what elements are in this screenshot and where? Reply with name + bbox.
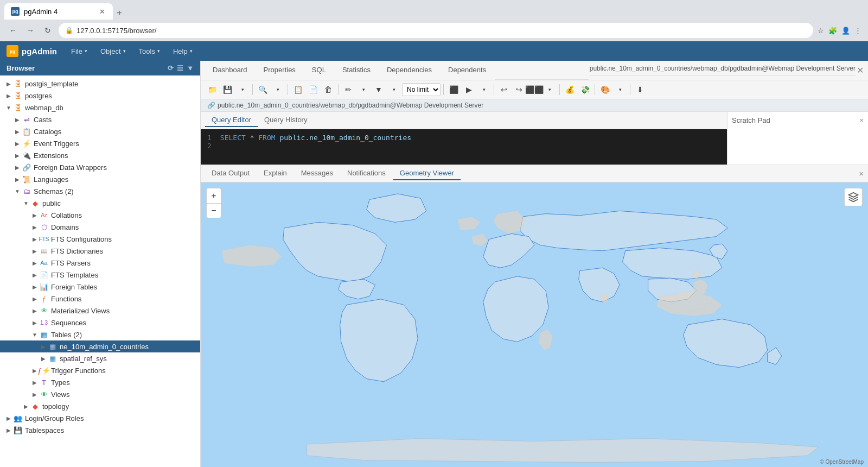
sidebar-item-schemas[interactable]: ▼ 🗂 Schemas (2)	[0, 185, 200, 197]
results-tab-data-output[interactable]: Data Output	[205, 167, 256, 180]
query-history-tab[interactable]: Query History	[258, 113, 314, 127]
toolbar-execute-dropdown[interactable]: ▾	[477, 83, 491, 97]
sidebar-item-webmap-db[interactable]: ▼ 🗄 webmap_db	[0, 102, 200, 113]
menu-help[interactable]: Help ▾	[168, 45, 198, 58]
extensions-icon[interactable]: 🧩	[828, 27, 837, 35]
sidebar-item-tablespaces[interactable]: ▶ 💾 Tablespaces	[0, 424, 200, 436]
sidebar-item-collations[interactable]: ▶ Az Collations	[0, 209, 200, 221]
tab-sql[interactable]: SQL	[304, 62, 334, 78]
panel-close-button[interactable]: ✕	[857, 65, 864, 75]
zoom-out-button[interactable]: −	[206, 203, 221, 218]
pgadmin-logo-icon: pg	[7, 45, 18, 57]
forward-button[interactable]: →	[24, 24, 37, 37]
map-layers-button[interactable]	[844, 188, 863, 206]
query-editor-content[interactable]: 1 2 SELECT * FROM public.ne_10m_admin_0_…	[201, 129, 727, 165]
tab-dependents[interactable]: Dependents	[441, 62, 494, 78]
menu-file[interactable]: File ▾	[66, 45, 93, 58]
sidebar-item-views[interactable]: ▶ 👁 Views	[0, 388, 200, 400]
menu-icon[interactable]: ⋮	[854, 27, 861, 35]
bookmark-icon[interactable]: ☆	[818, 27, 824, 35]
label-fts-dictionaries: FTS Dictionaries	[51, 247, 103, 255]
tab-close-button[interactable]: ✕	[98, 7, 106, 16]
scratch-pad-close[interactable]: ×	[859, 116, 864, 124]
results-tab-explain[interactable]: Explain	[257, 167, 293, 180]
toolbar-download[interactable]: ⬇	[633, 83, 647, 97]
toolbar-stop[interactable]: ⬛	[446, 83, 461, 97]
url-bar[interactable]: 🔒 127.0.0.1:57175/browser/	[59, 23, 813, 38]
sidebar-item-public[interactable]: ▼ ◆ public	[0, 197, 200, 209]
toolbar-limit-select[interactable]: No limit 100 500 1000	[402, 83, 441, 96]
zoom-in-button[interactable]: +	[206, 188, 221, 203]
toolbar-redo[interactable]: ↪	[512, 83, 526, 97]
sidebar-filter-icon[interactable]: ▼	[187, 64, 194, 72]
sidebar-item-types[interactable]: ▶ T Types	[0, 376, 200, 388]
toolbar-indent-dropdown[interactable]: ▾	[542, 83, 557, 97]
sidebar-item-fts-dictionaries[interactable]: ▶ 📖 FTS Dictionaries	[0, 245, 200, 257]
toolbar-copy[interactable]: 📋	[291, 83, 305, 97]
sidebar-item-functions[interactable]: ▶ ƒ Functions	[0, 293, 200, 305]
sidebar-item-materialized-views[interactable]: ▶ 👁 Materialized Views	[0, 305, 200, 317]
toolbar-execute[interactable]: ▶	[462, 83, 476, 97]
tab-dashboard[interactable]: Dashboard	[205, 62, 255, 78]
back-button[interactable]: ←	[7, 24, 20, 37]
sidebar-item-event-triggers[interactable]: ▶ ⚡ Event Triggers	[0, 137, 200, 149]
sidebar-item-fts-templates[interactable]: ▶ 📄 FTS Templates	[0, 269, 200, 281]
sidebar-view-icon[interactable]: ☰	[177, 64, 183, 72]
toolbar-rollback[interactable]: 💸	[578, 83, 592, 97]
profile-icon[interactable]: 👤	[841, 27, 850, 35]
query-editor-tab[interactable]: Query Editor	[205, 113, 258, 127]
results-tab-messages[interactable]: Messages	[295, 167, 340, 180]
toolbar-filter-dropdown[interactable]: ▾	[387, 83, 401, 97]
tab-properties[interactable]: Properties	[256, 62, 303, 78]
toolbar-undo[interactable]: ↩	[497, 83, 511, 97]
sidebar-item-trigger-functions[interactable]: ▶ ƒ⚡ Trigger Functions	[0, 364, 200, 376]
functions-icon: ƒ	[39, 294, 49, 304]
arrow-event-triggers: ▶	[13, 139, 22, 148]
toolbar-filter[interactable]: ▼	[372, 83, 386, 97]
new-tab-button[interactable]: +	[113, 7, 126, 20]
sidebar-item-postgis-template[interactable]: ▶ 🗄 postgis_template	[0, 78, 200, 90]
sidebar-item-login-roles[interactable]: ▶ 👥 Login/Group Roles	[0, 412, 200, 424]
menu-tools[interactable]: Tools ▾	[133, 45, 165, 58]
sidebar-item-spatial-ref[interactable]: ▶ ▦ spatial_ref_sys	[0, 352, 200, 364]
sidebar-item-catalogs[interactable]: ▶ 📋 Catalogs	[0, 125, 200, 137]
sidebar-item-fts-configurations[interactable]: ▶ FTS FTS Configurations	[0, 233, 200, 245]
toolbar-paste[interactable]: 📄	[306, 83, 320, 97]
arrow-ne10m: ▶	[39, 342, 48, 351]
toolbar-edit[interactable]: ✏	[341, 83, 355, 97]
toolbar-save-dropdown[interactable]: ▾	[235, 83, 250, 97]
toolbar-format-dropdown[interactable]: ▾	[613, 83, 627, 97]
sidebar-item-sequences[interactable]: ▶ 1.3 Sequences	[0, 317, 200, 329]
toolbar-find[interactable]: 🔍	[256, 83, 270, 97]
tab-dependencies[interactable]: Dependencies	[379, 62, 439, 78]
results-tab-geometry-viewer[interactable]: Geometry Viewer	[393, 167, 461, 180]
query-tabs: Query Editor Query History	[201, 112, 727, 129]
results-close-button[interactable]: ×	[859, 169, 864, 178]
sidebar-item-fts-parsers[interactable]: ▶ Aa FTS Parsers	[0, 257, 200, 269]
sidebar-item-domains[interactable]: ▶ ⬡ Domains	[0, 221, 200, 233]
toolbar-find-dropdown[interactable]: ▾	[271, 83, 285, 97]
results-tab-notifications[interactable]: Notifications	[341, 167, 392, 180]
reload-button[interactable]: ↻	[41, 24, 54, 37]
toolbar-indent[interactable]: ⬛⬛	[527, 83, 541, 97]
toolbar-commit[interactable]: 💰	[563, 83, 577, 97]
toolbar-save[interactable]: 💾	[220, 83, 234, 97]
sidebar-item-topology[interactable]: ▶ ◆ topology	[0, 400, 200, 412]
sidebar-item-ne10m[interactable]: ▶ ▦ ne_10m_admin_0_countries	[0, 340, 200, 352]
tab-statistics[interactable]: Statistics	[335, 62, 378, 78]
sidebar-item-tables[interactable]: ▼ ▦ Tables (2)	[0, 329, 200, 340]
sidebar-item-postgres[interactable]: ▶ 🗄 postgres	[0, 90, 200, 102]
sidebar-item-casts[interactable]: ▶ ⇌ Casts	[0, 113, 200, 125]
active-tab[interactable]: pg pgAdmin 4 ✕	[4, 3, 113, 20]
toolbar-edit-dropdown[interactable]: ▾	[356, 83, 371, 97]
sidebar-item-extensions[interactable]: ▶ 🔌 Extensions	[0, 149, 200, 161]
toolbar-open-file[interactable]: 📁	[205, 83, 219, 97]
sidebar-item-fdw[interactable]: ▶ 🔗 Foreign Data Wrappers	[0, 161, 200, 173]
toolbar-delete[interactable]: 🗑	[321, 83, 335, 97]
menu-object[interactable]: Object ▾	[95, 45, 131, 58]
sidebar-refresh-icon[interactable]: ⟳	[168, 64, 174, 72]
sidebar-item-foreign-tables[interactable]: ▶ 📊 Foreign Tables	[0, 281, 200, 293]
label-login-roles: Login/Group Roles	[25, 414, 84, 422]
toolbar-format[interactable]: 🎨	[598, 83, 612, 97]
sidebar-item-languages[interactable]: ▶ 📜 Languages	[0, 173, 200, 185]
